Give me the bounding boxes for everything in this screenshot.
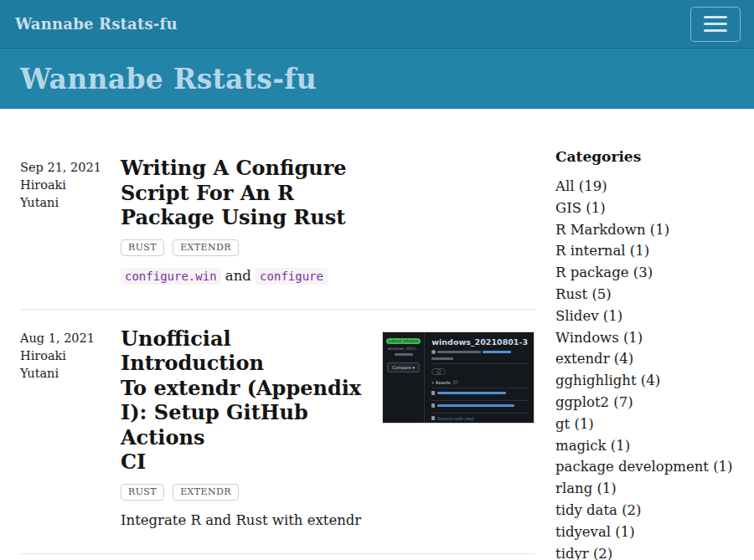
file-icon	[431, 416, 435, 420]
commit-hash-bar	[395, 353, 413, 356]
category-link[interactable]: magick (1)	[555, 438, 630, 454]
post-date: Aug 1, 2021	[20, 330, 121, 347]
assets-heading: ▾ Assets	[431, 380, 528, 385]
tag-list: RUST EXTENDR	[121, 238, 535, 256]
category-link[interactable]: R package (3)	[555, 265, 653, 280]
category-link[interactable]: gghighlight (4)	[555, 372, 660, 388]
tag-badge[interactable]: EXTENDR	[173, 239, 239, 256]
post-list: Sep 21, 2021 Hiroaki Yutani Writing A Co…	[20, 109, 535, 560]
post-content: Writing A Configure Script For An R Pack…	[121, 156, 535, 286]
post-text-column: Unofficial Introduction To extendr (Appe…	[121, 326, 374, 531]
release-title: windows_20210801-3	[431, 337, 528, 347]
category-link[interactable]: tidyeval (1)	[555, 524, 635, 540]
compare-button: Compare ▾	[387, 362, 420, 372]
divider	[20, 553, 535, 554]
post-summary: configure.win and configure	[121, 266, 535, 286]
asset-link: Source code (zip)	[437, 416, 474, 421]
tag-badge[interactable]: EXTENDR	[173, 484, 239, 501]
category-link[interactable]: R internal (1)	[555, 243, 649, 259]
category-link[interactable]: tidyr (2)	[555, 546, 612, 560]
category-item: gt (1)	[555, 414, 734, 435]
navbar-brand-link[interactable]: Wannabe Rstats-fu	[15, 15, 178, 33]
category-link[interactable]: All (19)	[555, 178, 607, 194]
thumbnail-sidebar: Latest release windows_2021… Compare ▾	[383, 332, 425, 423]
site-banner: Wannabe Rstats-fu	[0, 49, 754, 109]
caret-down-icon: ▾	[431, 380, 434, 385]
hamburger-icon	[704, 16, 727, 18]
category-link[interactable]: GIS (1)	[555, 200, 606, 216]
tag-list: RUST EXTENDR	[121, 482, 374, 501]
asset-link-bar	[437, 392, 506, 394]
post-title-link[interactable]: Writing A Configure Script For An R Pack…	[121, 156, 347, 229]
category-link[interactable]: R Markdown (1)	[555, 222, 669, 238]
category-link[interactable]: Windows (1)	[555, 330, 643, 346]
post-meta: Sep 21, 2021 Hiroaki Yutani	[20, 156, 121, 286]
category-item: magick (1)	[555, 435, 734, 457]
post-title: Unofficial Introduction To extendr (Appe…	[121, 326, 374, 475]
release-byline	[431, 350, 528, 354]
post-item: Aug 1, 2021 Hiroaki Yutani Unofficial In…	[20, 326, 535, 531]
category-item: tidy data (2)	[555, 500, 734, 521]
category-item: Rust (5)	[555, 284, 734, 306]
assets-label: Assets	[436, 380, 451, 385]
post-author: Hiroaki Yutani	[20, 347, 75, 383]
category-item: rlang (1)	[555, 478, 734, 500]
category-link[interactable]: package development (1)	[555, 459, 733, 475]
categories-heading: Categories	[555, 148, 734, 165]
tag-badge[interactable]: RUST	[121, 239, 164, 256]
category-link[interactable]: ggplot2 (7)	[555, 394, 633, 410]
tag-badge[interactable]: RUST	[121, 484, 164, 501]
asset-row	[431, 388, 528, 398]
category-link[interactable]: tidy data (2)	[555, 502, 642, 518]
content-container: Sep 21, 2021 Hiroaki Yutani Writing A Co…	[0, 109, 754, 560]
category-link[interactable]: Rust (5)	[555, 286, 612, 302]
category-link[interactable]: rlang (1)	[555, 480, 617, 496]
menu-toggle-button[interactable]	[690, 7, 741, 42]
category-item: R internal (1)	[555, 240, 734, 262]
category-link[interactable]: extendr (4)	[555, 351, 633, 367]
divider	[20, 309, 535, 310]
category-item: GIS (1)	[555, 198, 734, 219]
post-summary: Integrate R and Rust with extendr	[121, 511, 374, 531]
inline-code: configure	[256, 268, 328, 285]
category-item: Slidev (1)	[555, 306, 734, 327]
category-item: R Markdown (1)	[555, 219, 734, 241]
summary-text: and	[221, 268, 256, 284]
categories-sidebar: Categories All (19) GIS (1) R Markdown (…	[535, 109, 734, 560]
asset-row: Source code (zip)	[431, 413, 528, 424]
post-title-link[interactable]: Unofficial Introduction To extendr (Appe…	[121, 326, 361, 475]
site-title: Wannabe Rstats-fu	[20, 63, 317, 95]
post-date: Sep 21, 2021	[20, 159, 121, 177]
post-content: Unofficial Introduction To extendr (Appe…	[121, 326, 535, 531]
hamburger-icon	[704, 29, 727, 32]
category-item: Windows (1)	[555, 327, 734, 349]
byline-link-bar	[483, 351, 511, 353]
post-meta: Aug 1, 2021 Hiroaki Yutani	[20, 326, 121, 531]
latest-release-badge: Latest release	[386, 338, 421, 344]
byline-text-bar	[437, 351, 481, 353]
inline-code: configure.win	[121, 268, 221, 285]
assets-count-pill	[452, 380, 458, 384]
category-item: tidyeval (1)	[555, 521, 734, 543]
run-id-bar	[431, 357, 453, 360]
thumbnail-main: windows_20210801-3 ☺ ▾ Asset	[425, 332, 535, 423]
thumbnail-divider	[431, 363, 528, 364]
category-item: ggplot2 (7)	[555, 392, 734, 414]
category-link[interactable]: Slidev (1)	[555, 308, 622, 324]
navbar: Wannabe Rstats-fu	[0, 0, 754, 49]
category-link[interactable]: gt (1)	[555, 416, 594, 432]
post-item: Sep 21, 2021 Hiroaki Yutani Writing A Co…	[20, 156, 535, 286]
category-item: All (19)	[555, 176, 734, 198]
release-tag-label: windows_2021…	[388, 347, 420, 351]
file-icon	[431, 403, 435, 408]
avatar-icon	[431, 350, 436, 354]
post-title: Writing A Configure Script For An R Pack…	[121, 156, 535, 230]
reaction-button: ☺	[431, 368, 446, 375]
category-item: package development (1)	[555, 456, 734, 478]
post-thumbnail-github-release[interactable]: Latest release windows_2021… Compare ▾ w…	[382, 331, 535, 424]
asset-link-bar	[437, 404, 514, 407]
post-author: Hiroaki Yutani	[20, 177, 75, 212]
file-icon	[431, 391, 435, 395]
asset-row	[431, 400, 528, 410]
category-list: All (19) GIS (1) R Markdown (1) R intern…	[555, 176, 734, 560]
